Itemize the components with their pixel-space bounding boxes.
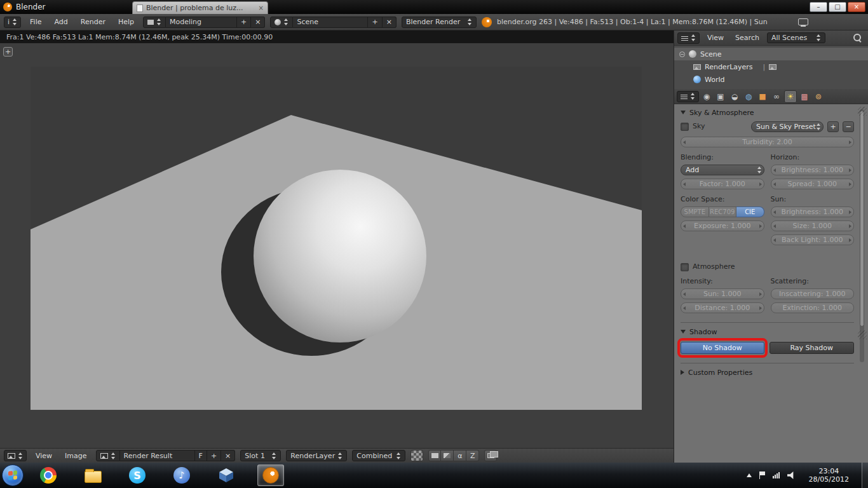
screen-layout-delete-button[interactable]: × xyxy=(251,17,265,28)
decrement-icon[interactable] xyxy=(683,223,688,229)
back-light-field[interactable]: Back Light: 1.000 xyxy=(771,234,855,245)
menu-view[interactable]: View xyxy=(703,34,728,42)
decrement-icon[interactable] xyxy=(683,291,688,297)
increment-icon[interactable] xyxy=(846,237,851,243)
editor-type-selector[interactable] xyxy=(677,91,699,102)
tab-render-layers[interactable]: ▣ xyxy=(714,90,727,103)
colorspace-rec709[interactable]: REC709 xyxy=(709,207,737,217)
minimize-button[interactable]: – xyxy=(810,2,827,12)
renderlayer-toggle-icon[interactable] xyxy=(769,64,776,70)
distance-field[interactable]: Distance: 1.000 xyxy=(681,302,764,313)
increment-icon[interactable] xyxy=(846,209,851,215)
close-button[interactable]: × xyxy=(848,2,865,12)
colorspace-smpte[interactable]: SMPTE xyxy=(681,207,709,217)
sky-checkbox[interactable] xyxy=(681,123,689,131)
slot-dropdown[interactable]: Slot 1 xyxy=(240,450,281,461)
cube-app-button[interactable] xyxy=(213,464,240,486)
render-pass-dropdown[interactable]: Combined xyxy=(352,450,405,461)
scrollbar[interactable] xyxy=(860,109,864,362)
blending-dropdown[interactable]: Add xyxy=(681,165,764,175)
increment-icon[interactable] xyxy=(846,181,851,187)
draw-rgba-icon[interactable] xyxy=(441,450,454,461)
render-engine-dropdown[interactable]: Blender Render xyxy=(402,17,477,28)
scrollbar-thumb[interactable] xyxy=(860,111,864,327)
increment-icon[interactable] xyxy=(757,181,762,187)
tab-object[interactable]: ■ xyxy=(756,90,769,103)
spread-field[interactable]: Spread: 1.000 xyxy=(771,179,855,189)
maximize-button[interactable]: □ xyxy=(829,2,846,12)
screen-layout-browse-button[interactable] xyxy=(143,17,166,28)
colorspace-cie[interactable]: CIE xyxy=(736,207,764,217)
turbidity-slider[interactable]: Turbidity: 2.00 xyxy=(681,137,854,147)
preset-remove-button[interactable]: − xyxy=(843,121,854,132)
outliner-scope-dropdown[interactable]: All Scenes xyxy=(767,32,825,43)
image-browse-button[interactable] xyxy=(96,450,120,461)
horizon-brightness-field[interactable]: Brightness: 1.000 xyxy=(771,165,855,175)
sun-size-field[interactable]: Size: 1.000 xyxy=(771,220,855,231)
image-name-field[interactable]: Render Result xyxy=(120,450,195,461)
increment-icon[interactable] xyxy=(757,291,762,297)
decrement-icon[interactable] xyxy=(683,139,688,146)
decrement-icon[interactable] xyxy=(773,223,778,229)
layers-icon[interactable] xyxy=(484,450,497,461)
menu-file[interactable]: File xyxy=(26,18,45,26)
menu-help[interactable]: Help xyxy=(114,18,138,26)
editor-type-selector[interactable] xyxy=(677,32,700,44)
decrement-icon[interactable] xyxy=(773,181,778,187)
volume-icon[interactable] xyxy=(787,471,796,479)
action-center-flag-icon[interactable] xyxy=(759,471,765,479)
fake-user-button[interactable]: F xyxy=(195,450,207,461)
factor-field[interactable]: Factor: 1.000 xyxy=(681,179,764,189)
scene-browse-button[interactable] xyxy=(270,17,293,28)
preset-add-button[interactable]: + xyxy=(827,121,839,132)
outliner-item-world[interactable]: World xyxy=(674,73,868,86)
image-unlink-button[interactable]: × xyxy=(221,450,235,461)
display-icon[interactable] xyxy=(798,18,808,25)
tab-texture[interactable]: ▩ xyxy=(798,90,811,103)
alpha-checker-toggle[interactable] xyxy=(410,450,423,461)
show-desktop-button[interactable] xyxy=(862,463,868,488)
sky-presets-dropdown[interactable]: Sun & Sky Presets xyxy=(751,121,824,132)
inscattering-field[interactable]: Inscattering: 1.000 xyxy=(771,288,855,299)
intensity-sun-field[interactable]: Sun: 1.000 xyxy=(681,288,764,299)
tab-scene[interactable]: ◒ xyxy=(728,90,741,103)
increment-icon[interactable] xyxy=(846,139,851,146)
panel-grip[interactable] xyxy=(858,107,867,116)
tab-lamp-data[interactable]: ☀ xyxy=(784,90,797,103)
menu-add[interactable]: Add xyxy=(50,18,71,26)
sky-panel-header[interactable]: Sky & Atmosphere xyxy=(681,107,854,118)
render-layer-dropdown[interactable]: RenderLayer xyxy=(286,450,347,461)
increment-icon[interactable] xyxy=(846,223,851,229)
explorer-app-button[interactable] xyxy=(79,464,106,486)
panel-grip[interactable] xyxy=(858,330,867,339)
increment-icon[interactable] xyxy=(846,167,851,173)
menu-render[interactable]: Render xyxy=(77,18,109,26)
collapse-icon[interactable] xyxy=(679,51,685,57)
menu-view[interactable]: View xyxy=(32,452,56,460)
custom-properties-header[interactable]: Custom Properties xyxy=(681,367,854,377)
scene-name-field[interactable]: Scene xyxy=(293,17,368,28)
menu-search[interactable]: Search xyxy=(731,34,763,42)
blender-app-button[interactable] xyxy=(257,464,284,486)
network-icon[interactable] xyxy=(773,472,780,478)
draw-rgb-icon[interactable] xyxy=(428,450,441,461)
shadow-panel-header[interactable]: Shadow xyxy=(681,327,854,337)
no-shadow-button[interactable]: No Shadow xyxy=(681,342,764,354)
tab-constraints[interactable]: ∞ xyxy=(770,90,783,103)
decrement-icon[interactable] xyxy=(773,209,778,215)
itunes-app-button[interactable]: ♪ xyxy=(168,464,195,486)
search-icon[interactable] xyxy=(853,34,862,43)
editor-type-selector[interactable]: i xyxy=(4,17,21,28)
decrement-icon[interactable] xyxy=(683,305,688,311)
image-editor-viewport[interactable]: + xyxy=(0,43,674,448)
outliner-item-renderlayers[interactable]: RenderLayers | xyxy=(674,60,868,73)
decrement-icon[interactable] xyxy=(773,167,778,173)
draw-alpha-icon[interactable]: α xyxy=(454,450,466,461)
taskbar-clock[interactable]: 23:04 28/05/2012 xyxy=(809,467,849,484)
outliner-item-scene[interactable]: Scene xyxy=(674,48,868,60)
tab-world[interactable]: ◍ xyxy=(742,90,755,103)
scene-add-button[interactable]: + xyxy=(368,17,382,28)
editor-type-selector[interactable] xyxy=(4,450,27,461)
atmosphere-checkbox[interactable] xyxy=(681,263,689,271)
region-expand-icon[interactable]: + xyxy=(3,47,13,57)
